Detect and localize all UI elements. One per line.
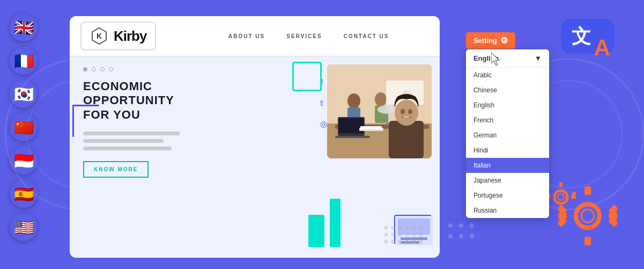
svg-point-27 (377, 105, 397, 114)
dropdown-selected-item[interactable]: English ▼ (466, 49, 549, 68)
svg-rect-52 (559, 182, 562, 187)
text-line-1 (83, 132, 180, 135)
text-line-3 (83, 147, 172, 150)
flags-list: 🇬🇧 🇫🇷 🇰🇷 🇨🇳 🇮🇩 🇪🇸 🇺🇸 (10, 13, 38, 241)
know-more-button[interactable]: KNOW MORE (83, 161, 149, 178)
logo-hexagon: K (90, 27, 108, 45)
hero-office-image (327, 64, 432, 158)
translate-bubble: 文 A (561, 19, 615, 54)
setting-gear-icon: ⚙ (500, 35, 508, 46)
flag-korea[interactable]: 🇰🇷 (10, 80, 38, 108)
nav-contact[interactable]: CONTACT US (344, 33, 389, 39)
website-mockup: K Kirby ABOUT US SERVICES CONTACT US ECO… (70, 16, 440, 258)
dropdown-arrow-icon: ▼ (535, 54, 542, 62)
instagram-icon[interactable]: ◎ (320, 119, 327, 129)
hero-headline: ECONOMIC OPPORTUNITY FOR YOU (83, 79, 190, 122)
svg-point-4 (448, 223, 453, 228)
logo-box: K Kirby (80, 21, 156, 50)
svg-rect-42 (584, 186, 591, 195)
svg-point-50 (554, 191, 567, 203)
dropdown-item-japanese[interactable]: Japanese (466, 173, 549, 188)
logo-text: Kirby (114, 28, 146, 45)
dropdown-item-arabic[interactable]: Arabic (466, 68, 549, 83)
chinese-char: 文 (572, 27, 591, 46)
svg-rect-34 (360, 126, 382, 129)
svg-rect-25 (335, 136, 370, 138)
dropdown-item-hindi[interactable]: Hindi (466, 143, 549, 158)
svg-point-9 (470, 234, 474, 238)
flag-indonesia[interactable]: 🇮🇩 (10, 147, 38, 175)
dropdown-item-italian[interactable]: Italian (466, 158, 549, 173)
svg-point-8 (459, 234, 463, 238)
dropdown-item-english[interactable]: English (466, 98, 549, 113)
headline-line3: FOR YOU (83, 108, 190, 122)
dot-4 (109, 67, 113, 71)
svg-point-40 (576, 204, 599, 228)
language-dropdown[interactable]: English ▼ Arabic Chinese English French … (466, 49, 549, 218)
flag-uk[interactable]: 🇬🇧 (10, 13, 38, 41)
svg-rect-43 (584, 237, 591, 245)
svg-point-5 (459, 223, 463, 228)
setting-area: Setting ⚙ English ▼ Arabic Chinese Engli… (466, 32, 515, 49)
text-line-2 (83, 139, 164, 143)
setting-button[interactable]: Setting ⚙ (466, 32, 515, 49)
flag-france[interactable]: 🇫🇷 (10, 47, 38, 75)
svg-marker-39 (491, 53, 499, 66)
svg-rect-53 (559, 207, 562, 212)
svg-point-29 (395, 100, 418, 126)
nav-about[interactable]: ABOUT US (228, 33, 265, 39)
dropdown-item-french[interactable]: French (466, 113, 549, 128)
svg-point-7 (448, 234, 453, 238)
dropdown-item-chinese[interactable]: Chinese (466, 83, 549, 98)
dot-2 (92, 67, 96, 71)
teal-bar-1 (308, 215, 324, 247)
twitter-icon[interactable]: 𝕥 (320, 99, 327, 107)
dropdown-item-german[interactable]: German (466, 128, 549, 143)
mockup-navbar: K Kirby ABOUT US SERVICES CONTACT US (70, 16, 440, 56)
flag-usa[interactable]: 🇺🇸 (10, 213, 38, 241)
svg-point-41 (581, 209, 594, 222)
mockup-body: ECONOMIC OPPORTUNITY FOR YOU KNOW MORE f… (70, 56, 440, 258)
svg-point-51 (558, 194, 564, 200)
headline-line1: ECONOMIC (83, 79, 190, 93)
nav-services[interactable]: SERVICES (286, 33, 322, 39)
svg-point-30 (401, 109, 405, 114)
setting-label: Setting (473, 37, 497, 45)
headline-line2: OPPORTUNITY (83, 93, 190, 107)
blue-line-vertical (72, 105, 74, 137)
blue-line-horizontal (72, 105, 99, 106)
a-char: A (594, 37, 610, 59)
teal-border-box (292, 62, 322, 91)
flag-china[interactable]: 🇨🇳 (10, 113, 38, 141)
svg-point-31 (408, 109, 412, 114)
dots-decoration (384, 226, 424, 244)
dot-1 (83, 67, 87, 71)
dropdown-item-russian[interactable]: Russian (466, 203, 549, 218)
svg-point-6 (470, 223, 474, 228)
teal-bar-2 (330, 199, 340, 247)
dot-3 (100, 67, 105, 71)
svg-point-15 (347, 93, 360, 108)
nav-links: ABOUT US SERVICES CONTACT US (188, 33, 429, 39)
flag-spain[interactable]: 🇪🇸 (10, 180, 38, 208)
dropdown-item-portugese[interactable]: Portugese (466, 188, 549, 203)
svg-rect-28 (389, 121, 424, 158)
svg-point-32 (402, 117, 411, 120)
svg-text:K: K (97, 32, 102, 40)
small-gear-icon (545, 181, 577, 215)
translate-bubble-area: 文 A (561, 19, 615, 54)
svg-point-17 (375, 92, 387, 106)
mouse-cursor (491, 53, 502, 66)
